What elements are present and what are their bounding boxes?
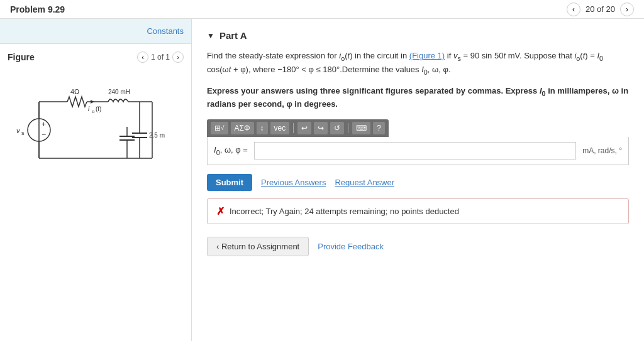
svg-text:v: v — [16, 127, 21, 134]
keyboard-button[interactable]: ⌨ — [352, 122, 370, 134]
figure-link[interactable]: (Figure 1) — [409, 51, 445, 60]
request-answer-button[interactable]: Request Answer — [335, 178, 394, 187]
svg-text:i: i — [88, 106, 90, 112]
header-nav: ‹ 20 of 20 › — [567, 3, 634, 16]
error-box: ✗ Incorrect; Try Again; 24 attempts rema… — [207, 198, 629, 224]
feedback-button[interactable]: Provide Feedback — [318, 242, 384, 251]
error-icon: ✗ — [216, 205, 225, 217]
submit-button[interactable]: Submit — [207, 174, 252, 191]
figure-nav: ‹ 1 of 1 › — [137, 51, 184, 63]
svg-text:240 mH: 240 mH — [108, 89, 130, 95]
undo-button[interactable]: ↩ — [297, 122, 311, 134]
math-toolbar: ⊞√ ΑΣΦ ↕ vec ↩ ↪ ↺ ⌨ ? — [207, 119, 389, 137]
bottom-row: ‹ Return to Assignment Provide Feedback — [207, 237, 629, 256]
previous-answers-button[interactable]: Previous Answers — [261, 178, 326, 187]
next-button[interactable]: › — [620, 3, 634, 16]
error-text: Incorrect; Try Again; 24 attempts remain… — [230, 207, 459, 216]
input-row: I0, ω, φ = mA, rad/s, ° — [207, 137, 629, 165]
figure-header: Figure ‹ 1 of 1 › — [8, 51, 184, 63]
sigma-button[interactable]: ΑΣΦ — [231, 122, 254, 134]
answer-input[interactable] — [254, 142, 576, 160]
circuit-svg: + − v s 4Ω i o (t) 240 mH — [14, 77, 165, 177]
return-button[interactable]: ‹ Return to Assignment — [207, 237, 309, 256]
svg-text:+: + — [42, 120, 46, 129]
express-text: Express your answers using three signifi… — [207, 85, 629, 111]
prev-button[interactable]: ‹ — [567, 3, 580, 16]
svg-text:o: o — [92, 109, 95, 114]
problem-title: Problem 9.29 — [10, 4, 65, 14]
figure-page: 1 of 1 — [151, 53, 170, 62]
header: Problem 9.29 ‹ 20 of 20 › — [0, 0, 644, 19]
redo-button[interactable]: ↪ — [314, 122, 328, 134]
collapse-arrow-icon[interactable]: ▼ — [207, 31, 214, 40]
symbol-button[interactable]: ↕ — [257, 122, 268, 134]
fig-next-button[interactable]: › — [172, 51, 184, 63]
nav-count: 20 of 20 — [586, 4, 615, 14]
submit-row: Submit Previous Answers Request Answer — [207, 174, 629, 191]
svg-text:4Ω: 4Ω — [70, 88, 79, 95]
reset-button[interactable]: ↺ — [330, 122, 344, 134]
input-unit: mA, rad/s, ° — [582, 146, 622, 155]
svg-text:(t): (t) — [96, 106, 101, 112]
vec-button[interactable]: vec — [270, 122, 290, 134]
figure-label: Figure — [8, 52, 35, 62]
constants-link[interactable]: Constants — [147, 26, 184, 36]
circuit-diagram: + − v s 4Ω i o (t) 240 mH — [8, 70, 184, 183]
svg-text:s: s — [21, 130, 25, 136]
fig-prev-button[interactable]: ‹ — [137, 51, 148, 63]
figure-section: Figure ‹ 1 of 1 › — [0, 44, 191, 341]
part-title: Part A — [219, 30, 247, 41]
part-header: ▼ Part A — [207, 30, 629, 41]
chevron-left-icon: ‹ — [572, 5, 575, 14]
content-area: ▼ Part A Find the steady-state expressio… — [192, 19, 644, 341]
svg-marker-26 — [91, 100, 94, 104]
chevron-right-icon: › — [626, 5, 628, 14]
svg-text:2.5 mF: 2.5 mF — [149, 132, 165, 139]
constants-section: Constants — [0, 19, 191, 44]
problem-text: Find the steady-state expression for io(… — [207, 50, 629, 77]
help-button[interactable]: ? — [373, 122, 385, 134]
sidebar: Constants Figure ‹ 1 of 1 › — [0, 19, 192, 341]
main-layout: Constants Figure ‹ 1 of 1 › — [0, 19, 644, 341]
input-label: I0, ω, φ = — [214, 145, 248, 156]
svg-text:−: − — [42, 130, 46, 139]
matrix-button[interactable]: ⊞√ — [211, 122, 228, 134]
